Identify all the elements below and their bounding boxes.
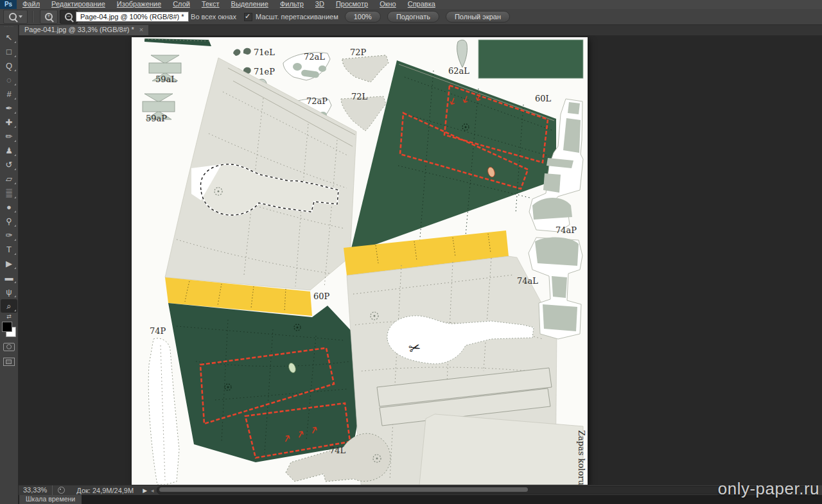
color-swatches[interactable] [1,321,17,338]
eraser-tool[interactable]: ▱ [1,172,17,186]
zapas-label: Zapas koloru [577,430,586,485]
tools-panel: ⋯⋯ ↖□Q◌#✒✚✏♟↺▱▒●⚲✑T▶▬ψ⌕ ⇄ [0,24,19,504]
actual-pixels-button[interactable]: 100% [345,11,381,22]
menu-item-10[interactable]: Справка [402,0,441,9]
part-label: 71eP [254,67,275,76]
part-label: 74aP [555,225,577,235]
part-label: 59aL [155,74,177,84]
tab-bar: Page-041.jpg @ 33,3% (RGB/8#) * × [18,24,822,35]
clone-stamp-tool[interactable]: ♟ [1,144,17,157]
foreground-color-swatch[interactable] [2,322,12,332]
part-label: 74L [329,446,346,455]
photoshop-logo[interactable]: Ps [0,0,17,9]
pen-tool[interactable]: ✑ [1,229,17,242]
fit-screen-button[interactable]: Подогнать [387,11,439,22]
scrubby-zoom-label: Масшт. перетаскиванием [256,13,338,21]
part-label: 72aL [304,52,325,62]
menu-items: ФайлРедактированиеИзображениеСлойТекстВы… [17,0,441,9]
menu-item-9[interactable]: Окно [374,0,402,9]
path-selection-tool[interactable]: ▶ [1,257,17,270]
timeline-strip: Шкала времени [18,494,822,504]
separator [32,11,33,22]
part-label: 60P [313,291,330,301]
blur-tool[interactable]: ● [1,200,17,214]
crop-tool[interactable]: # [1,87,17,101]
close-icon[interactable]: × [139,24,143,35]
zoom-out-button[interactable]: − [60,10,78,24]
lasso-tool[interactable]: Q [1,59,17,73]
history-brush-tool[interactable]: ↺ [1,158,17,171]
document-tab[interactable]: Page-041.jpg @ 33,3% (RGB/8#) * × [19,24,148,35]
document-page[interactable]: 59aL 59aP 71eL 71eP [132,37,588,485]
panel-grip[interactable]: ⋯⋯ [0,24,18,31]
scrollbar-thumb[interactable] [159,487,529,492]
hand-tool[interactable]: ψ [1,285,17,299]
zoom-all-windows-label: Во всех окнах [191,13,236,21]
marquee-tool[interactable]: □ [1,45,17,58]
status-flyout-arrow[interactable]: ▶ [143,487,147,494]
zoom-out-icon: − [65,13,73,21]
quick-selection-tool[interactable]: ◌ [1,73,17,87]
current-tool-icon[interactable] [3,10,28,24]
dodge-tool[interactable]: ⚲ [1,214,17,228]
document-size-info: Док: 24,9M/24,9M [76,487,134,494]
zoom-in-button[interactable]: + [40,10,58,24]
zoom-tool-icon [9,13,17,21]
zoom-tool[interactable]: ⌕ [1,299,17,313]
part-label: 71eL [254,48,275,57]
part-label: 62aL [448,66,469,76]
scrubby-zoom-checkbox[interactable] [244,13,252,21]
menu-item-4[interactable]: Текст [196,0,225,9]
part-label: 74P [150,326,166,336]
photoshop-window: Ps ФайлРедактированиеИзображениеСлойТекс… [0,0,822,504]
menu-item-2[interactable]: Изображение [111,0,167,9]
type-tool[interactable]: T [1,243,17,256]
part-zapas-koloru: Zapas koloru [419,414,586,485]
menu-item-7[interactable]: 3D [310,0,330,9]
zoom-in-icon: + [45,13,53,21]
part-label: 72P [350,48,367,57]
screen-mode-button[interactable] [3,358,15,366]
move-tool[interactable]: ↖ [1,31,17,44]
site-watermark: only-paper.ru [718,479,819,499]
chevron-down-icon [19,15,22,18]
zoom-percent-field[interactable]: 33,33% [18,485,53,495]
menu-item-5[interactable]: Выделение [225,0,274,9]
timeline-panel-tab[interactable]: Шкала времени [19,494,82,504]
color-reserve-swatch [478,40,583,78]
fullscreen-button[interactable]: Полный экран [446,11,510,22]
menu-item-1[interactable]: Редактирование [46,0,111,9]
menu-item-6[interactable]: Фильтр [274,0,310,9]
scroll-left-arrow[interactable]: ◂ [151,487,154,494]
menu-bar: Ps ФайлРедактированиеИзображениеСлойТекс… [0,0,822,9]
sync-status-icon [58,487,65,494]
eyedropper-tool[interactable]: ✒ [1,101,17,115]
healing-brush-tool[interactable]: ✚ [1,116,17,129]
brush-tool[interactable]: ✏ [1,130,17,143]
tooltip: Page-04.jpg @ 100% (RGB/8#) * [76,12,189,22]
tool-buttons: ↖□Q◌#✒✚✏♟↺▱▒●⚲✑T▶▬ψ⌕ [0,31,18,313]
swap-colors-icon[interactable]: ⇄ [0,313,18,320]
gradient-tool[interactable]: ▒ [1,186,17,200]
papercraft-sheet: 59aL 59aP 71eL 71eP [132,37,588,485]
part-label: 72aP [306,96,328,106]
part-label: 60L [535,94,552,103]
part-label: 74aL [517,276,538,286]
menu-item-8[interactable]: Просмотр [330,0,374,9]
status-bar: 33,33% Док: 24,9M/24,9M ▶ ◂ [18,485,822,495]
menu-item-0[interactable]: Файл [17,0,46,9]
part-label: 72L [351,92,368,101]
menu-item-3[interactable]: Слой [167,0,196,9]
quick-mask-button[interactable] [3,343,15,351]
shape-tool[interactable]: ▬ [1,271,17,284]
part-label: 59aP [146,114,167,123]
document-tab-title: Page-041.jpg @ 33,3% (RGB/8#) * [24,24,134,35]
canvas-area[interactable]: 59aL 59aP 71eL 71eP [18,35,822,485]
